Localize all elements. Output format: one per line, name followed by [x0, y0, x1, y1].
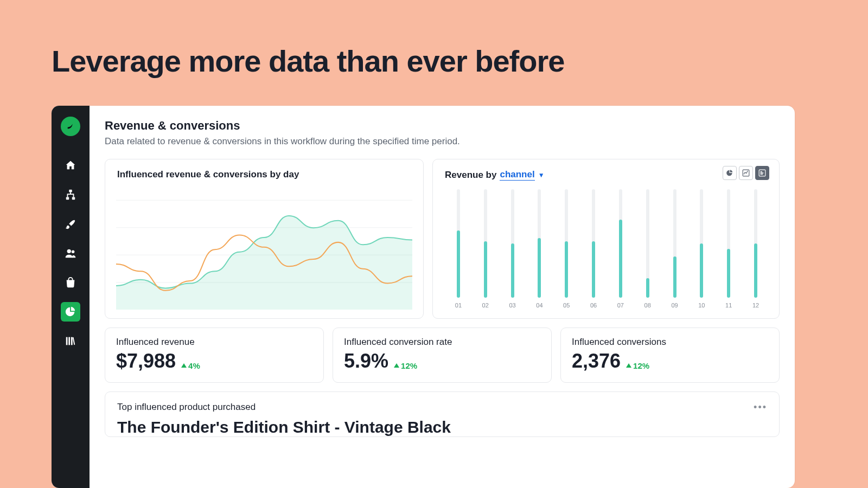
bar-fill	[700, 243, 703, 298]
line-icon	[742, 169, 750, 177]
card-bar-chart: Revenue by channel ▼ 0102030405060708091	[432, 159, 780, 319]
bar-label: 04	[536, 302, 542, 309]
metric-delta: 12%	[626, 361, 649, 370]
bar-fill	[646, 278, 649, 298]
bar-label: 11	[725, 302, 732, 309]
bar-label: 09	[671, 302, 678, 309]
svg-rect-6	[68, 337, 70, 345]
bar-fill	[484, 241, 487, 298]
metric-delta: 4%	[181, 361, 200, 370]
bar-label: 06	[590, 302, 597, 309]
bar-col: 01	[445, 189, 472, 309]
bar-fill	[538, 238, 541, 298]
main-content: Revenue & conversions Data related to re…	[90, 106, 795, 488]
pie-icon	[726, 169, 733, 177]
bar-track	[511, 189, 514, 298]
bar-track	[457, 189, 460, 298]
svg-rect-5	[66, 337, 68, 345]
sidebar	[52, 106, 90, 488]
bar-label: 10	[698, 302, 705, 309]
caret-down-icon: ▼	[538, 171, 545, 179]
up-arrow-icon	[626, 363, 631, 368]
metric-delta: 12%	[394, 361, 417, 370]
leaf-icon	[66, 121, 75, 131]
bar-track	[619, 189, 622, 298]
bar-fill	[592, 241, 595, 298]
more-menu[interactable]: •••	[754, 402, 767, 413]
brush-icon	[65, 218, 76, 230]
bar-col: 04	[526, 189, 553, 309]
bar-track	[754, 189, 757, 298]
metrics-row: Influenced revenue $7,988 4% Influenced …	[105, 328, 780, 383]
toggle-pie[interactable]	[723, 166, 737, 180]
svg-rect-7	[71, 337, 73, 345]
bar-track	[538, 189, 541, 298]
bar-track	[565, 189, 568, 298]
nav-workflows[interactable]	[61, 185, 80, 204]
metric-label: Influenced conversion rate	[344, 337, 540, 348]
bar-track	[484, 189, 487, 298]
app-frame: Revenue & conversions Data related to re…	[52, 106, 795, 488]
bar-label: 02	[482, 302, 489, 309]
up-arrow-icon	[181, 363, 187, 368]
toggle-line[interactable]	[739, 166, 753, 180]
metric-revenue: Influenced revenue $7,988 4%	[105, 328, 324, 383]
chart-type-toggle	[723, 166, 769, 180]
dimension-link[interactable]: channel	[500, 169, 534, 181]
bar-col: 02	[472, 189, 499, 309]
area-chart	[116, 189, 412, 310]
bar-track	[727, 189, 730, 298]
nav-library[interactable]	[61, 331, 80, 351]
home-icon	[65, 159, 76, 171]
nav-design[interactable]	[61, 214, 80, 234]
card-top-product: ••• Top influenced product purchased The…	[105, 391, 780, 437]
bar-chart-title: Revenue by channel ▼	[445, 169, 767, 181]
product-name: The Founder's Edition Shirt - Vintage Bl…	[117, 418, 767, 436]
card-line-chart: Influenced revenue & conversions by day	[105, 159, 424, 319]
bar-label: 01	[455, 302, 462, 309]
product-label: Top influenced product purchased	[117, 402, 767, 413]
bar-col: 06	[580, 189, 607, 309]
section-subtitle: Data related to revenue & conversions in…	[105, 136, 780, 147]
bar-fill	[565, 241, 568, 298]
svg-point-4	[72, 251, 75, 254]
bar-fill	[754, 243, 757, 298]
svg-rect-2	[72, 197, 75, 200]
nav-analytics[interactable]	[61, 302, 80, 322]
toggle-bar[interactable]	[755, 166, 769, 180]
metric-value: $7,988	[116, 350, 176, 373]
svg-point-3	[67, 249, 71, 253]
metric-label: Influenced revenue	[116, 337, 312, 348]
bar-chart: 010203040506070809101112	[445, 189, 769, 309]
svg-rect-1	[66, 197, 69, 200]
bar-label: 03	[509, 302, 515, 309]
nav-commerce[interactable]	[61, 273, 80, 292]
bag-icon	[65, 277, 76, 288]
bar-track	[592, 189, 595, 298]
bar-icon	[758, 169, 766, 177]
bar-fill	[727, 249, 730, 298]
bar-col: 09	[661, 189, 688, 309]
sitemap-icon	[65, 189, 76, 201]
bar-label: 07	[617, 302, 624, 309]
metric-conversion-rate: Influenced conversion rate 5.9% 12%	[333, 328, 552, 383]
up-arrow-icon	[394, 363, 399, 368]
bar-label: 12	[752, 302, 759, 309]
bar-fill	[619, 220, 622, 298]
bar-col: 05	[553, 189, 580, 309]
pie-chart-icon	[65, 306, 76, 318]
line-chart-title: Influenced revenue & conversions by day	[117, 169, 411, 180]
metric-value: 5.9%	[344, 350, 388, 373]
metric-value: 2,376	[572, 350, 621, 373]
metric-conversions: Influenced conversions 2,376 12%	[560, 328, 780, 383]
bar-track	[700, 189, 703, 298]
bar-col: 08	[634, 189, 661, 309]
bar-col: 12	[742, 189, 769, 309]
app-logo[interactable]	[61, 117, 80, 136]
svg-rect-0	[69, 190, 72, 192]
nav-home[interactable]	[61, 156, 80, 175]
bar-fill	[673, 256, 676, 298]
bar-label: 05	[563, 302, 570, 309]
nav-audience[interactable]	[61, 243, 80, 263]
page-headline: Leverage more data than ever before	[52, 43, 564, 79]
